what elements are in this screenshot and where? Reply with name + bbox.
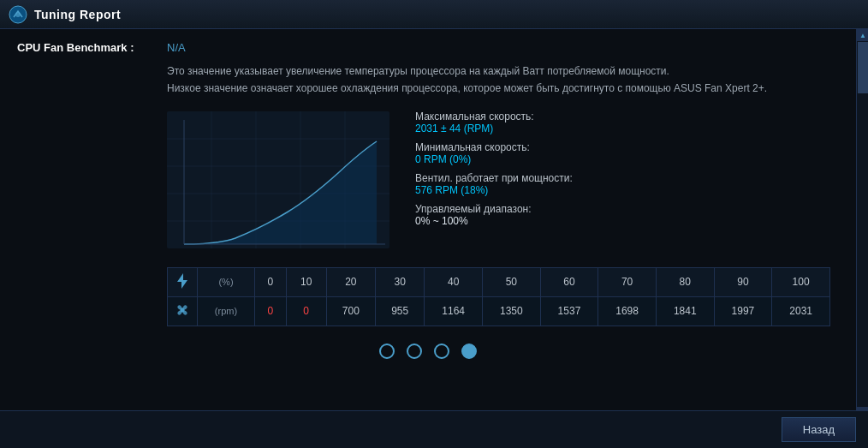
range-value: 0% ~ 100% <box>415 216 573 226</box>
min-speed-value: 0 RPM (0%) <box>415 154 573 164</box>
rpm-0: 0 <box>255 296 287 326</box>
bottom-bar: Назад <box>0 410 868 448</box>
stats-panel: Максимальная скорость: 2031 ± 44 (RPM) М… <box>415 111 573 235</box>
rpm-60: 1537 <box>540 296 598 326</box>
rpm-unit-cell: (rpm) <box>198 296 255 326</box>
benchmark-label-bold: CPU Fan <box>17 41 63 54</box>
bolt-icon-cell <box>168 267 198 296</box>
page-dot-4[interactable] <box>461 343 477 359</box>
benchmark-row: CPU Fan Benchmark : N/A <box>17 41 839 54</box>
bolt-icon <box>177 273 187 289</box>
pct-40: 40 <box>425 267 483 296</box>
rpm-40: 1164 <box>425 296 483 326</box>
rpm-row: (rpm) 0 0 700 955 1164 1350 1537 1698 18… <box>168 296 830 326</box>
min-speed-row: Минимальная скорость: 0 RPM (0%) <box>415 142 573 164</box>
pct-90: 90 <box>714 267 772 296</box>
svg-point-1 <box>15 12 21 17</box>
fan-start-value: 576 RPM (18%) <box>415 185 573 195</box>
pct-10: 10 <box>286 267 326 296</box>
scroll-thumb[interactable] <box>858 42 868 93</box>
fan-icon <box>175 302 190 318</box>
rpm-100: 2031 <box>772 296 830 326</box>
main-content: CPU Fan Benchmark : N/A Это значение ука… <box>0 29 856 410</box>
page-dot-3[interactable] <box>434 343 449 359</box>
back-button[interactable]: Назад <box>782 417 856 442</box>
rpm-10: 0 <box>286 296 326 326</box>
percent-row: (%) 0 10 20 30 40 50 60 70 80 90 100 <box>168 267 830 296</box>
page-dots <box>379 343 477 359</box>
pct-50: 50 <box>482 267 540 296</box>
scroll-up-button[interactable]: ▲ <box>857 29 868 41</box>
rpm-90: 1997 <box>714 296 772 326</box>
rpm-50: 1350 <box>482 296 540 326</box>
rpm-80: 1841 <box>656 296 714 326</box>
asus-logo-icon <box>9 5 27 24</box>
benchmark-label-suffix: Benchmark : <box>63 41 134 54</box>
fan-start-label: Вентил. работает при мощности: <box>415 173 573 183</box>
pct-70: 70 <box>598 267 657 296</box>
scrollbar[interactable]: ▲ ▼ <box>856 29 868 419</box>
pct-20: 20 <box>326 267 375 296</box>
max-speed-label: Максимальная скорость: <box>415 111 573 122</box>
page-dot-1[interactable] <box>379 343 395 359</box>
benchmark-value: N/A <box>167 41 186 54</box>
description-block: Это значение указывает увеличение темпер… <box>167 63 839 98</box>
range-row: Управляемый диапазон: 0% ~ 100% <box>415 204 573 226</box>
min-speed-label: Минимальная скорость: <box>415 142 573 152</box>
page-title: Tuning Report <box>34 8 121 21</box>
title-bar: Tuning Report <box>0 0 868 29</box>
fan-icon-cell <box>168 296 198 326</box>
desc-line2: Низкое значение означает хорошее охлажде… <box>167 80 839 97</box>
max-speed-value: 2031 ± 44 (RPM) <box>415 123 573 134</box>
chart-area <box>167 111 389 248</box>
benchmark-label: CPU Fan Benchmark : <box>17 41 167 54</box>
desc-line1: Это значение указывает увеличение темпер… <box>167 63 839 80</box>
fan-curve-chart <box>167 111 389 248</box>
data-table-wrap: (%) 0 10 20 30 40 50 60 70 80 90 100 <box>167 267 830 326</box>
pct-60: 60 <box>540 267 598 296</box>
percent-unit-cell: (%) <box>198 267 255 296</box>
rpm-20: 700 <box>326 296 375 326</box>
pct-0: 0 <box>255 267 287 296</box>
fan-start-row: Вентил. работает при мощности: 576 RPM (… <box>415 173 573 195</box>
page-dot-2[interactable] <box>407 343 422 359</box>
pct-80: 80 <box>656 267 714 296</box>
chart-stats-row: Максимальная скорость: 2031 ± 44 (RPM) М… <box>17 111 839 248</box>
svg-marker-13 <box>177 273 187 289</box>
pct-100: 100 <box>772 267 830 296</box>
rpm-70: 1698 <box>598 296 657 326</box>
range-label: Управляемый диапазон: <box>415 204 573 214</box>
pct-30: 30 <box>376 267 425 296</box>
rpm-table: (%) 0 10 20 30 40 50 60 70 80 90 100 <box>167 267 830 326</box>
max-speed-row: Максимальная скорость: 2031 ± 44 (RPM) <box>415 111 573 134</box>
rpm-30: 955 <box>376 296 425 326</box>
